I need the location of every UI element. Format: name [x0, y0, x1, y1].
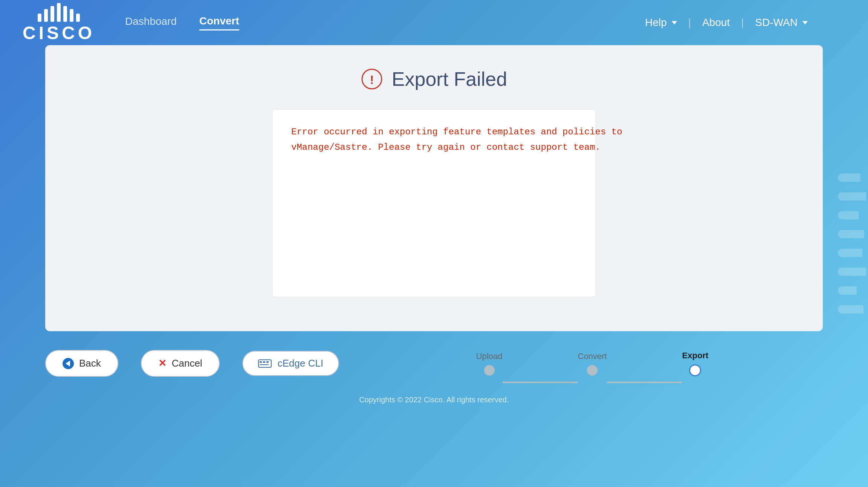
nav-divider-2: | [741, 17, 744, 29]
page-header: ! Export Failed [75, 68, 793, 90]
step-convert-dot [587, 365, 598, 376]
step-export: Export [682, 351, 709, 376]
svg-text:!: ! [370, 73, 374, 87]
navbar: CISCO Dashboard Convert Help | About | S… [0, 0, 868, 45]
about-link[interactable]: About [702, 17, 730, 29]
nav-divider-1: | [688, 17, 691, 29]
step-upload-label: Upload [476, 352, 503, 361]
error-box: Error occurred in exporting feature temp… [272, 109, 596, 297]
step-line-1 [503, 382, 578, 383]
step-line-2 [607, 382, 682, 383]
step-convert-label: Convert [578, 352, 607, 361]
step-convert: Convert [578, 352, 607, 376]
nav-right: Help | About | SD-WAN [645, 17, 808, 29]
help-menu[interactable]: Help [645, 17, 677, 29]
nav-link-dashboard[interactable]: Dashboard [125, 15, 177, 30]
back-button[interactable]: Back [45, 350, 118, 377]
cisco-logo: CISCO [23, 3, 95, 42]
step-export-label: Export [682, 351, 709, 361]
back-icon [63, 358, 74, 369]
footer: Copyrights © 2022 Cisco. All rights rese… [0, 396, 868, 404]
page-title: Export Failed [392, 68, 507, 90]
step-export-dot [689, 364, 701, 376]
main-content: ! Export Failed Error occurred in export… [45, 45, 823, 331]
cancel-button[interactable]: ✕ Cancel [141, 350, 220, 377]
device-label: cEdge CLI [278, 358, 323, 369]
step-upload-dot [484, 365, 495, 376]
svg-rect-2 [258, 360, 271, 367]
cancel-icon: ✕ [158, 358, 167, 369]
step-upload: Upload [476, 352, 503, 376]
help-chevron-icon [672, 21, 677, 24]
svg-rect-5 [266, 361, 269, 363]
sdwan-menu[interactable]: SD-WAN [755, 17, 808, 29]
svg-rect-4 [263, 361, 265, 363]
error-message: Error occurred in exporting feature temp… [291, 125, 577, 155]
decorative-bars [838, 0, 868, 487]
copyright-text: Copyrights © 2022 Cisco. All rights rese… [359, 396, 509, 404]
cisco-logo-bars [38, 3, 80, 22]
bottom-bar: Back ✕ Cancel cEdge CLI Upload Convert [0, 339, 868, 388]
warning-icon: ! [361, 68, 383, 90]
cisco-text: CISCO [23, 24, 95, 42]
nav-link-convert[interactable]: Convert [199, 15, 239, 30]
svg-rect-3 [260, 361, 262, 363]
progress-steps: Upload Convert Export [362, 351, 823, 376]
device-icon [258, 358, 272, 369]
nav-links: Dashboard Convert [125, 15, 645, 30]
svg-rect-6 [260, 364, 269, 365]
device-badge: cEdge CLI [242, 351, 339, 376]
sdwan-chevron-icon [802, 21, 808, 24]
